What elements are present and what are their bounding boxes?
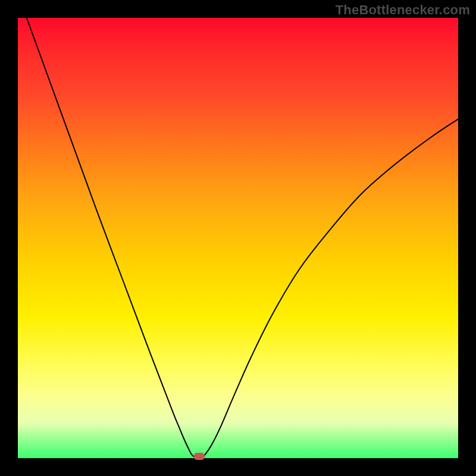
chart-svg xyxy=(0,0,476,476)
minimum-marker xyxy=(194,453,205,460)
curve-left-branch xyxy=(27,18,199,458)
curve-right-branch xyxy=(201,119,458,458)
